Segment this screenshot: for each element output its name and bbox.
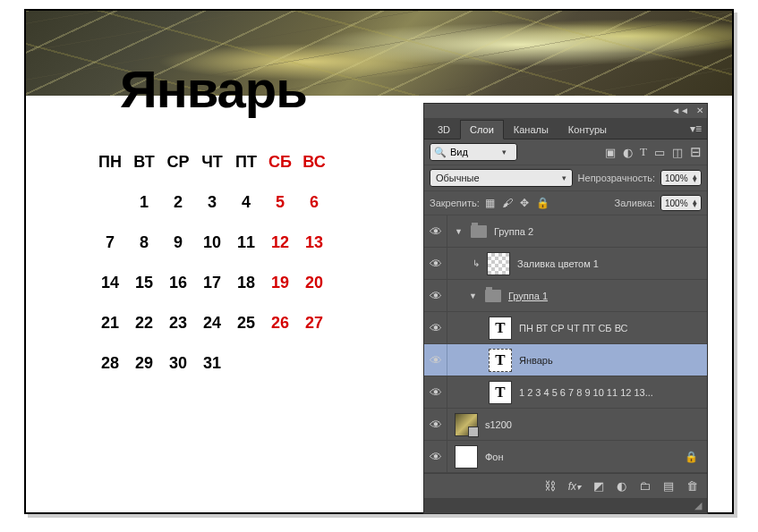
- day-cell: 1: [130, 193, 158, 212]
- resize-handle-icon[interactable]: ◢: [694, 500, 702, 511]
- layer-thumb[interactable]: [455, 445, 478, 469]
- day-cell: 5: [266, 193, 294, 212]
- day-cell: [232, 354, 260, 373]
- visibility-icon[interactable]: 👁: [424, 376, 447, 408]
- day-cell: 10: [198, 233, 226, 252]
- weekday-wed: СР: [164, 153, 192, 172]
- panel-bottom-toolbar: ⛓ fx▾ ◩ ◐ 🗀 ▤ 🗑: [424, 473, 707, 498]
- layer-name[interactable]: Заливка цветом 1: [517, 258, 599, 269]
- stepper-icon[interactable]: ▴▾: [693, 174, 697, 182]
- layer-numbers-text[interactable]: 👁 T 1 2 3 4 5 6 7 8 9 10 11 12 13...: [424, 376, 707, 409]
- filter-adjust-icon[interactable]: ◐: [623, 146, 633, 159]
- filter-toggle-icon[interactable]: ⊟: [690, 144, 702, 160]
- tab-channels[interactable]: Каналы: [504, 120, 558, 139]
- tab-paths[interactable]: Контуры: [558, 120, 617, 139]
- panel-menu-icon[interactable]: ▾≡: [685, 119, 707, 139]
- filter-pixel-icon[interactable]: ▣: [605, 146, 616, 159]
- layer-name[interactable]: Январь: [519, 355, 553, 366]
- day-cell: 26: [266, 314, 294, 333]
- day-cell: 15: [130, 274, 158, 292]
- lock-label: Закрепить:: [430, 198, 480, 208]
- add-mask-icon[interactable]: ◩: [593, 479, 604, 493]
- filter-type-icon[interactable]: T: [640, 145, 647, 159]
- lock-all-icon[interactable]: 🔒: [536, 197, 549, 209]
- day-cell: 22: [130, 314, 158, 333]
- day-cell: 13: [300, 233, 328, 252]
- layer-kind-input[interactable]: [450, 147, 498, 157]
- layer-name[interactable]: 1 2 3 4 5 6 7 8 9 10 11 12 13...: [519, 387, 653, 398]
- new-group-icon[interactable]: 🗀: [639, 479, 651, 493]
- layer-month[interactable]: 👁 T Январь: [424, 344, 707, 376]
- layer-background[interactable]: 👁 Фон 🔒: [424, 441, 707, 473]
- calendar-grid: ПН ВТ СР ЧТ ПТ СБ ВС 1 2 3 4 5 6 7 8 9 1…: [90, 131, 334, 394]
- collapse-icon[interactable]: ◄◄: [671, 106, 689, 116]
- day-cell: 3: [198, 193, 226, 212]
- new-layer-icon[interactable]: ▤: [663, 479, 674, 493]
- type-layer-icon[interactable]: T: [489, 349, 512, 372]
- layer-weekdays-text[interactable]: 👁 T ПН ВТ СР ЧТ ПТ СБ ВС: [424, 312, 707, 344]
- new-fill-icon[interactable]: ◐: [617, 479, 626, 493]
- layer-colorfill[interactable]: 👁 ↳ Заливка цветом 1: [424, 248, 707, 280]
- weekday-tue: ВТ: [130, 153, 158, 172]
- layer-name[interactable]: ПН ВТ СР ЧТ ПТ СБ ВС: [519, 323, 628, 334]
- layer-name[interactable]: Фон: [485, 452, 504, 462]
- tab-layers[interactable]: Слои: [460, 120, 504, 139]
- delete-layer-icon[interactable]: 🗑: [686, 479, 698, 493]
- close-icon[interactable]: ✕: [696, 106, 703, 116]
- type-layer-icon[interactable]: T: [489, 317, 512, 340]
- layer-thumb[interactable]: [455, 413, 478, 436]
- layers-panel[interactable]: ◄◄ ✕ 3D Слои Каналы Контуры ▾≡ 🔍 ▾ ▣ ◐ T…: [423, 103, 708, 514]
- lock-icon[interactable]: 🔒: [685, 451, 707, 463]
- day-cell: 4: [232, 193, 260, 212]
- weekday-thu: ЧТ: [198, 153, 226, 172]
- folder-icon: [471, 225, 487, 238]
- day-cell: 9: [164, 233, 192, 252]
- layer-name[interactable]: s1200: [485, 419, 512, 430]
- layer-name[interactable]: Группа 1: [508, 291, 548, 301]
- day-cell: 17: [198, 274, 226, 292]
- day-cell: 19: [266, 274, 294, 292]
- layer-name[interactable]: Группа 2: [494, 226, 533, 237]
- day-cell: 21: [96, 314, 124, 333]
- visibility-icon[interactable]: 👁: [424, 344, 447, 376]
- filter-smart-icon[interactable]: ◫: [672, 146, 683, 159]
- day-cell: 16: [164, 274, 192, 292]
- visibility-icon[interactable]: 👁: [424, 441, 447, 472]
- layer-s1200[interactable]: 👁 s1200: [424, 409, 707, 441]
- layer-thumb[interactable]: [487, 252, 510, 275]
- layer-kind-select[interactable]: 🔍 ▾: [430, 143, 517, 161]
- search-icon: 🔍: [434, 147, 447, 158]
- blend-mode-select[interactable]: Обычные ▾: [430, 169, 573, 187]
- blend-row: Обычные ▾ Непрозрачность: 100% ▴▾: [424, 165, 707, 191]
- calendar-row: 21 22 23 24 25 26 27: [96, 314, 328, 333]
- day-cell: 31: [198, 354, 226, 373]
- layer-group1[interactable]: 👁 ▼ Группа 1: [424, 280, 707, 312]
- twisty-icon[interactable]: ▼: [455, 227, 464, 236]
- calendar-row: 28 29 30 31: [96, 354, 328, 373]
- day-cell: 25: [232, 314, 260, 333]
- link-layers-icon[interactable]: ⛓: [544, 479, 556, 493]
- tab-3d[interactable]: 3D: [428, 120, 460, 139]
- day-cell: 12: [266, 233, 294, 252]
- day-cell: 7: [96, 233, 124, 252]
- fill-input[interactable]: 100% ▴▾: [660, 195, 702, 211]
- visibility-icon[interactable]: 👁: [424, 409, 447, 440]
- day-cell: [96, 193, 124, 212]
- folder-icon: [485, 290, 501, 302]
- visibility-icon[interactable]: 👁: [424, 280, 447, 311]
- type-layer-icon[interactable]: T: [489, 381, 512, 404]
- lock-position-icon[interactable]: ✥: [520, 197, 529, 209]
- layer-fx-icon[interactable]: fx▾: [568, 480, 581, 493]
- lock-transparent-icon[interactable]: ▦: [485, 197, 495, 209]
- visibility-icon[interactable]: 👁: [424, 312, 447, 343]
- lock-image-icon[interactable]: 🖌: [502, 197, 513, 209]
- opacity-input[interactable]: 100% ▴▾: [660, 170, 702, 186]
- stepper-icon[interactable]: ▴▾: [693, 199, 697, 207]
- visibility-icon[interactable]: 👁: [424, 248, 447, 279]
- visibility-icon[interactable]: 👁: [424, 215, 447, 247]
- twisty-icon[interactable]: ▼: [469, 291, 478, 300]
- layer-group2[interactable]: 👁 ▼ Группа 2: [424, 215, 707, 248]
- day-cell: 11: [232, 233, 260, 252]
- day-cell: [300, 354, 328, 373]
- filter-shape-icon[interactable]: ▭: [654, 146, 665, 159]
